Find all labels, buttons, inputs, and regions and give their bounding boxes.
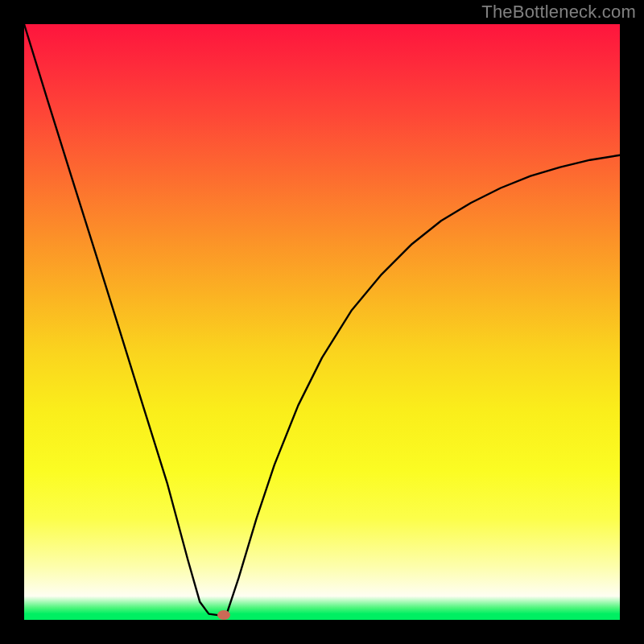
optimal-point-marker <box>217 610 230 620</box>
plot-area <box>24 24 620 620</box>
bottleneck-curve <box>24 24 620 620</box>
watermark-text: TheBottleneck.com <box>481 2 636 23</box>
chart-frame: TheBottleneck.com <box>0 0 644 644</box>
